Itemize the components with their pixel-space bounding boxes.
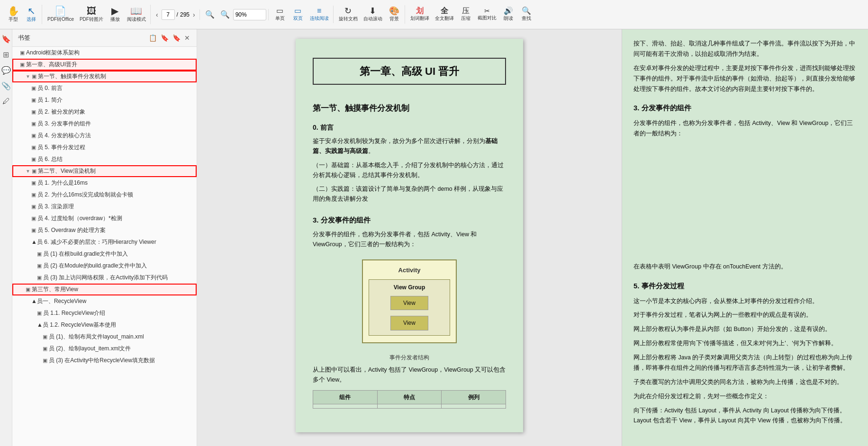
continuous-read-button[interactable]: ≡ 连续阅读 bbox=[307, 6, 331, 23]
single-page-button[interactable]: ▭ 单页 bbox=[271, 6, 289, 23]
toolbar: ✋ 手型 ↖ 选择 📄 PDF转Office 🖼 PDF转图片 ▶ 播放 📖 阅… bbox=[0, 0, 868, 29]
toc-item-sec1-1[interactable]: ▣ 员 1. 简介 bbox=[12, 94, 197, 106]
sidebar-close-button[interactable]: ✕ bbox=[183, 33, 191, 43]
zoom-level[interactable]: 90% bbox=[233, 9, 266, 20]
auto-scroll-label: 自动滚动 bbox=[363, 16, 382, 22]
sub2-para: （二）实践篇：该篇设计了简单与复杂的两个 demo 样例，从现象与应用的角度去讲… bbox=[313, 184, 506, 205]
toc-item-ch1[interactable]: ▣ 第一章、高级UI晋升 bbox=[12, 59, 197, 71]
word-translate-icon: 划 bbox=[416, 7, 424, 15]
compare-button[interactable]: ✂ 截图对比 bbox=[475, 6, 499, 23]
toc-text-ch1-sec3: 第三节、常用View bbox=[32, 285, 78, 294]
toc-item-sec2-6[interactable]: ▲员 6. 减少不必要的层次：巧用Hierarchy Viewer bbox=[12, 236, 197, 248]
attachment-panel-icon[interactable]: 📎 bbox=[0, 80, 12, 92]
right-sec5-para1: 这一小节是本文的核心内容，会从整体上对事件的分发过程作介绍。 bbox=[633, 296, 857, 307]
pdf-to-office-button[interactable]: 📄 PDF转Office bbox=[45, 5, 76, 24]
toc-item-sec2-6-1[interactable]: ▣ 员 (1) 在根build.gradle文件中加入 bbox=[12, 248, 197, 260]
toc-item-sec1-2[interactable]: ▣ 员 2. 被分发的对象 bbox=[12, 106, 197, 118]
toc-item-sec2-2[interactable]: ▣ 员 2. 为什么16ms没完成绘制就会卡顿 bbox=[12, 189, 197, 201]
right-sec5-para4: 网上部分教程常使用'向下'传播等描述，但又未对'何为上'、'何为下'作解释。 bbox=[633, 339, 857, 349]
toc-list[interactable]: ▣ Android框架体系架构 ▣ 第一章、高级UI晋升 ▼ ▣ 第一节、触摸事… bbox=[12, 47, 197, 446]
toc-item-ch1-sec3[interactable]: ▣ 第三节、常用View bbox=[12, 284, 197, 295]
pdf-to-image-button[interactable]: 🖼 PDF转图片 bbox=[77, 5, 106, 24]
thumbnail-panel-icon[interactable]: ⊞ bbox=[1, 49, 10, 61]
toc-item-ch1-sec2[interactable]: ▼ ▣ 第二节、View渲染机制 bbox=[12, 165, 197, 177]
toc-item-sec3-1[interactable]: ▲员一、RecycleView bbox=[12, 295, 197, 307]
select-tool-label: 选择 bbox=[27, 16, 36, 23]
word-translate-button[interactable]: 划 划词翻译 bbox=[408, 6, 432, 23]
search-button[interactable]: 🔍 查找 bbox=[518, 6, 535, 23]
select-tool-button[interactable]: ↖ 选择 bbox=[23, 5, 40, 24]
toc-text: 员 1. 为什么是16ms bbox=[37, 179, 88, 187]
right-sec5-para8: 向下传播：Activity 包括 Layout，事件从 Activity 向 L… bbox=[633, 406, 857, 427]
toc-item-sec2-3[interactable]: ▣ 员 3. 渲染原理 bbox=[12, 201, 197, 213]
word-translate-label: 划词翻译 bbox=[410, 15, 429, 22]
toc-item-sec3-1-2[interactable]: ▲员 1.2. RecycleView基本使用 bbox=[12, 319, 197, 331]
background-label: 背景 bbox=[389, 16, 399, 22]
sub0-title: 0. 前言 bbox=[313, 122, 506, 134]
right-sec5-title: 5. 事件分发过程 bbox=[633, 280, 857, 292]
main-area: 🔖 ⊞ 💬 📎 🖊 书签 📋 🔖 🔖 ✕ ▣ Android框架体系架构 ▣ bbox=[0, 29, 868, 446]
bookmark-panel-icon[interactable]: 🔖 bbox=[0, 33, 12, 45]
double-page-label: 双页 bbox=[293, 15, 303, 22]
search-icon: 🔍 bbox=[522, 7, 531, 15]
play-button[interactable]: ▶ 播放 bbox=[107, 5, 124, 24]
prev-page-button[interactable]: ‹ bbox=[154, 10, 161, 19]
toc-item-sec1-0[interactable]: ▣ 员 0. 前言 bbox=[12, 82, 197, 94]
toc-item-sec3-1-2-2[interactable]: ▣ 员 (2)、绘制layout_item.xml文件 bbox=[12, 343, 197, 355]
sidebar-icon-3[interactable]: 🔖 bbox=[172, 33, 181, 43]
sidebar-header-icons: 📋 🔖 🔖 ✕ bbox=[148, 33, 191, 43]
read-mode-button[interactable]: 📖 阅读模式 bbox=[125, 5, 148, 24]
pdf-viewer[interactable]: 第一章、高级 UI 晋升 第一节、触摸事件分发机制 0. 前言 鉴于安卓分发机制… bbox=[197, 29, 622, 446]
next-page-button[interactable]: › bbox=[190, 10, 198, 19]
double-page-button[interactable]: ▭ 双页 bbox=[289, 6, 307, 23]
play-label: 播放 bbox=[110, 16, 120, 23]
right-sec5-para2: 对于事件分发过程，笔者认为网上的一些教程中的观点是有误的。 bbox=[633, 310, 857, 321]
toc-text-ch1-sec1: 第一节、触摸事件分发机制 bbox=[38, 72, 106, 80]
sidebar-title: 书签 bbox=[18, 34, 30, 42]
read-aloud-button[interactable]: 🔊 朗读 bbox=[500, 6, 517, 23]
toc-item-sec3-1-2-3[interactable]: ▣ 员 (3) 在Activity中给RecycleView填充数据 bbox=[12, 355, 197, 366]
view-mode-group: ▭ 单页 ▭ 双页 ≡ 连续阅读 bbox=[270, 6, 334, 23]
toc-item-sec2-4[interactable]: ▣ 员 4. 过度绘制（overdraw）*检测 bbox=[12, 213, 197, 224]
auto-scroll-button[interactable]: ⬇ 自动滚动 bbox=[361, 5, 385, 24]
right-para1: 按下、滑动、抬起、取消这几种事件组成了一个事件流。事件流以按下为开始，中间可能有… bbox=[633, 39, 857, 60]
toc-item-sec2-5[interactable]: ▣ 员 5. Overdraw 的处理方案 bbox=[12, 224, 197, 236]
hand-tool-button[interactable]: ✋ 手型 bbox=[5, 5, 22, 24]
zoom-out-button[interactable]: 🔍 bbox=[203, 9, 217, 20]
compress-button[interactable]: 压 压缩 bbox=[457, 6, 474, 23]
right-sec5-para5: 网上部分教程将 Java 的子类对象调用父类方法（向上转型）的过程也称为向上传播… bbox=[633, 353, 857, 374]
toc-text: 员 3. 渲染原理 bbox=[37, 203, 74, 211]
rotate-button[interactable]: ↻ 旋转文档 bbox=[336, 5, 360, 24]
toc-item-sec3-1-1[interactable]: ▣ 员 1.1. RecycleView介绍 bbox=[12, 307, 197, 319]
page-number-input[interactable] bbox=[162, 9, 175, 20]
annotation-panel-icon[interactable]: 💬 bbox=[0, 64, 12, 76]
sidebar-icon-2[interactable]: 🔖 bbox=[160, 33, 170, 43]
table-header-component: 组件 bbox=[313, 390, 378, 404]
toc-item-ch1-sec1[interactable]: ▼ ▣ 第一节、触摸事件分发机制 bbox=[12, 71, 197, 82]
toc-item-sec3-1-2-1[interactable]: ▣ 员 (1)、绘制布局文件layout_main.xml bbox=[12, 331, 197, 343]
toc-item-sec2-6-2[interactable]: ▣ 员 (2) 在Module的build.gradle文件中加入 bbox=[12, 260, 197, 272]
rotate-label: 旋转文档 bbox=[339, 16, 358, 22]
read-mode-icon: 📖 bbox=[130, 6, 142, 16]
toc-item-android-arch[interactable]: ▣ Android框架体系架构 bbox=[12, 47, 197, 59]
diagram-viewgroup-label: View Group bbox=[372, 283, 447, 292]
toc-text: 员 5. 事件分发过程 bbox=[37, 143, 85, 152]
table-header-feature: 特点 bbox=[377, 390, 442, 404]
toc-item-sec1-5[interactable]: ▣ 员 5. 事件分发过程 bbox=[12, 142, 197, 153]
toc-text: 员 (3) 在Activity中给RecycleView填充数据 bbox=[49, 357, 155, 365]
right-sec3-title: 3. 分发事件的组件 bbox=[633, 102, 857, 114]
right-panel: 按下、滑动、抬起、取消这几种事件组成了一个事件流。事件流以按下为开始，中间可能有… bbox=[622, 29, 868, 446]
toc-text: ▲员 1.2. RecycleView基本使用 bbox=[37, 321, 116, 329]
background-button[interactable]: 🎨 背景 bbox=[386, 5, 403, 24]
toc-item-sec1-4[interactable]: ▣ 员 4. 分发的核心方法 bbox=[12, 130, 197, 142]
toc-item-sec1-3[interactable]: ▣ 员 3. 分发事件的组件 bbox=[12, 118, 197, 130]
compare-label: 截图对比 bbox=[478, 15, 497, 21]
toc-item-sec2-1[interactable]: ▣ 员 1. 为什么是16ms bbox=[12, 177, 197, 189]
signature-panel-icon[interactable]: 🖊 bbox=[1, 96, 11, 107]
toc-item-sec1-6[interactable]: ▣ 员 6. 总结 bbox=[12, 153, 197, 165]
full-translate-button[interactable]: 全 全文翻译 bbox=[433, 6, 456, 23]
zoom-in-button[interactable]: 🔍 bbox=[218, 9, 232, 20]
sidebar-icon-1[interactable]: 📋 bbox=[148, 33, 158, 43]
toc-text-ch1-sec2: 第二节、View渲染机制 bbox=[38, 167, 96, 175]
toc-item-sec2-6-3[interactable]: ▣ 员 (3) 加上访问网络权限，在Activity添加下列代码 bbox=[12, 272, 197, 284]
